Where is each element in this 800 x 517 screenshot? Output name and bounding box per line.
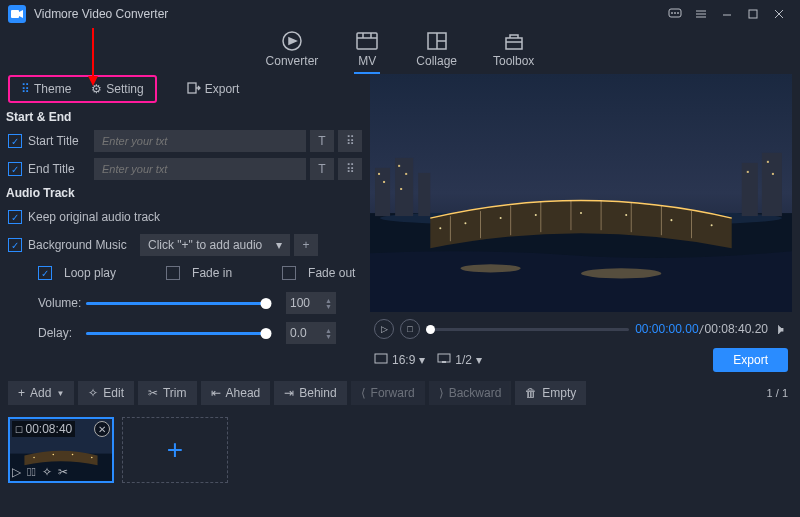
svg-point-4 (678, 13, 679, 14)
thumb-actions: ▷ 🕨̸ ✧ ✂ (12, 465, 68, 479)
gear-icon: ⚙ (91, 82, 102, 96)
loop-play-checkbox[interactable]: ✓Loop play (38, 266, 116, 280)
chevron-down-icon: ▼ (325, 334, 332, 339)
setting-tab[interactable]: ⚙ Setting (81, 78, 153, 100)
export-tab[interactable]: Export (177, 78, 250, 101)
svg-point-39 (535, 214, 537, 216)
start-title-input[interactable] (94, 130, 306, 152)
thumbnail-strip: ☐ 00:08:40 ✕ ▷ 🕨̸ ✧ ✂ + (0, 412, 800, 488)
bg-music-dropdown[interactable]: Click "+" to add audio ▾ (140, 234, 290, 256)
start-title-checkbox[interactable]: ✓ (8, 134, 22, 148)
delay-spinner[interactable]: 0.0▲▼ (286, 322, 336, 344)
volume-spinner[interactable]: 100▲▼ (286, 292, 336, 314)
seek-slider[interactable] (426, 328, 629, 331)
thumb-remove-button[interactable]: ✕ (94, 421, 110, 437)
clip-thumbnail[interactable]: ☐ 00:08:40 ✕ ▷ 🕨̸ ✧ ✂ (8, 417, 114, 483)
svg-point-37 (464, 222, 466, 224)
nav-toolbox[interactable]: Toolbox (493, 30, 534, 72)
fade-out-checkbox[interactable]: ✓Fade out (282, 266, 355, 280)
svg-rect-0 (11, 10, 19, 18)
converter-icon (279, 30, 305, 52)
play-button[interactable]: ▷ (374, 319, 394, 339)
svg-rect-49 (378, 173, 380, 175)
chevron-down-icon: ▼ (325, 304, 332, 309)
delay-slider[interactable] (86, 332, 266, 335)
end-font-button[interactable]: T (310, 158, 334, 180)
keep-audio-label: Keep original audio track (28, 210, 160, 224)
arrow-right-icon: ⟩ (439, 386, 444, 400)
svg-rect-13 (357, 33, 377, 49)
ahead-button[interactable]: ⇤Ahead (201, 381, 271, 405)
volume-slider[interactable] (86, 302, 266, 305)
aspect-ratio-select[interactable]: 16:9 ▾ (374, 353, 425, 367)
svg-rect-55 (767, 161, 769, 163)
add-button[interactable]: +Add▼ (8, 381, 74, 405)
stop-button[interactable]: □ (400, 319, 420, 339)
forward-button[interactable]: ⟨Forward (351, 381, 425, 405)
section-audio: Audio Track (6, 186, 362, 200)
end-more-button[interactable]: ⠿ (338, 158, 362, 180)
svg-point-43 (711, 224, 713, 226)
menu-icon[interactable] (688, 4, 714, 24)
svg-rect-48 (762, 153, 782, 216)
svg-point-38 (500, 217, 502, 219)
feedback-icon[interactable] (662, 4, 688, 24)
volume-icon[interactable]: 🕨 (774, 321, 788, 337)
theme-tab[interactable]: ⠿ Theme (11, 78, 81, 100)
svg-point-67 (91, 457, 93, 459)
start-more-button[interactable]: ⠿ (338, 130, 362, 152)
nav-mv[interactable]: MV (354, 30, 380, 74)
svg-rect-50 (383, 181, 385, 183)
start-font-button[interactable]: T (310, 130, 334, 152)
end-title-input[interactable] (94, 158, 306, 180)
svg-rect-60 (438, 354, 450, 362)
svg-point-36 (439, 227, 441, 229)
mv-icon (354, 30, 380, 52)
add-clip-button[interactable]: + (122, 417, 228, 483)
backward-button[interactable]: ⟩Backward (429, 381, 512, 405)
trim-button[interactable]: ✂Trim (138, 381, 197, 405)
trim-icon[interactable]: ✂ (58, 465, 68, 479)
svg-point-65 (53, 454, 55, 456)
behind-button[interactable]: ⇥Behind (274, 381, 346, 405)
subtabs: ⠿ Theme ⚙ Setting Export (8, 74, 362, 104)
nav-converter[interactable]: Converter (266, 30, 319, 72)
add-audio-button[interactable]: + (294, 234, 318, 256)
end-title-label: End Title (28, 162, 94, 176)
svg-rect-56 (772, 173, 774, 175)
svg-rect-9 (749, 10, 757, 18)
chevron-down-icon: ▾ (419, 353, 425, 367)
export-button[interactable]: Export (713, 348, 788, 372)
titlebar: Vidmore Video Converter (0, 0, 800, 28)
maximize-button[interactable] (740, 4, 766, 24)
nav-collage[interactable]: Collage (416, 30, 457, 72)
timecode: 00:00:00.00/00:08:40.20 (635, 322, 768, 336)
svg-point-3 (675, 13, 676, 14)
page-select[interactable]: 1/2 ▾ (437, 353, 482, 367)
svg-rect-47 (742, 163, 758, 216)
skip-end-icon: ⇥ (284, 386, 294, 400)
svg-rect-23 (188, 83, 196, 93)
minimize-button[interactable] (714, 4, 740, 24)
svg-rect-46 (418, 173, 430, 216)
edit-icon[interactable]: ✧ (42, 465, 52, 479)
export-icon (187, 82, 201, 97)
svg-point-58 (581, 268, 661, 278)
empty-button[interactable]: 🗑Empty (515, 381, 586, 405)
arrow-left-icon: ⟨ (361, 386, 366, 400)
close-button[interactable] (766, 4, 792, 24)
svg-point-42 (670, 219, 672, 221)
svg-rect-51 (398, 165, 400, 167)
preview-options: 16:9 ▾ 1/2 ▾ Export (370, 346, 792, 374)
bg-music-checkbox[interactable]: ✓ (8, 238, 22, 252)
fade-in-checkbox[interactable]: ✓Fade in (166, 266, 232, 280)
keep-audio-checkbox[interactable]: ✓ (8, 210, 22, 224)
edit-button[interactable]: ✧Edit (78, 381, 134, 405)
mute-icon[interactable]: 🕨̸ (27, 465, 36, 479)
start-title-label: Start Title (28, 134, 94, 148)
play-icon[interactable]: ▷ (12, 465, 21, 479)
svg-rect-20 (506, 38, 522, 49)
end-title-checkbox[interactable]: ✓ (8, 162, 22, 176)
video-preview[interactable] (370, 74, 792, 312)
trash-icon: 🗑 (525, 386, 537, 400)
